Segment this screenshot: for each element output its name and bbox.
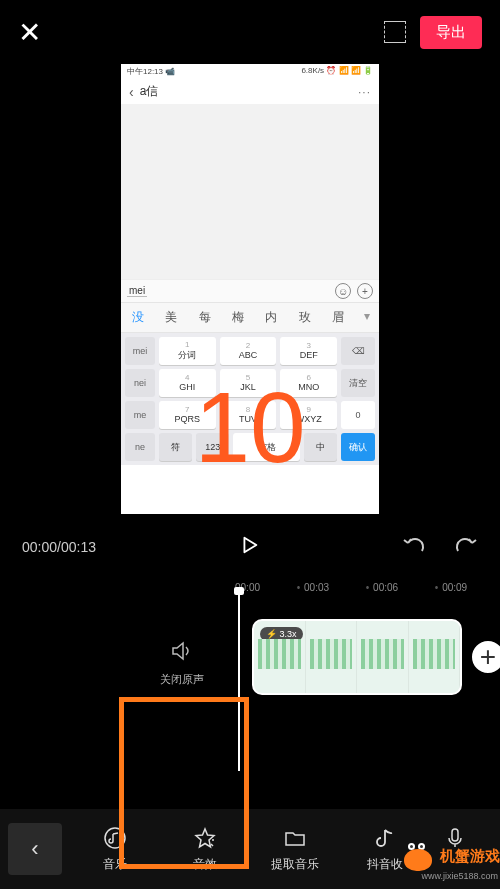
key-clear: 清空 <box>341 369 375 397</box>
candidate: 玫 <box>288 303 321 332</box>
timeline[interactable]: 关闭原声 ⚡ 3.3x + <box>0 601 500 771</box>
video-preview: 中午12:13 📹 6.8K/s ⏰ 📶 📶 🔋 ‹ a信 ··· mei ☺ … <box>0 64 500 520</box>
key-7: 7PQRS <box>159 401 216 429</box>
plus-icon: + <box>357 283 373 299</box>
key-1: 1分词 <box>159 337 216 365</box>
candidate: 美 <box>154 303 187 332</box>
key-confirm: 确认 <box>341 433 375 461</box>
folder-icon <box>283 826 307 850</box>
toolbar-back-button[interactable]: ‹ <box>8 823 62 875</box>
speaker-icon <box>160 641 204 666</box>
emoji-icon: ☺ <box>335 283 351 299</box>
toolbar-music[interactable]: 音乐 <box>70 826 160 873</box>
toolbar-extract-music[interactable]: 提取音乐 <box>250 826 340 873</box>
tiktok-icon <box>373 826 397 850</box>
top-right: 导出 <box>384 16 482 49</box>
watermark-url: www.jixie5188.com <box>421 871 498 881</box>
key-2: 2ABC <box>220 337 277 365</box>
phone-more-icon: ··· <box>358 85 371 99</box>
side-key: ne <box>125 433 155 461</box>
key-6: 6MNO <box>280 369 337 397</box>
candidate-expand-icon: ▾ <box>355 303 379 332</box>
svg-rect-1 <box>452 829 458 841</box>
key-backspace: ⌫ <box>341 337 375 365</box>
mute-audio-button[interactable]: 关闭原声 <box>160 641 204 687</box>
ruler-tick: 00:06 <box>373 582 431 593</box>
side-key: nei <box>125 369 155 397</box>
toolbar-label: 提取音乐 <box>271 856 319 873</box>
candidate: 每 <box>188 303 221 332</box>
phone-chat-body <box>121 104 379 279</box>
key-space: 空格 <box>233 433 299 461</box>
side-key: mei <box>125 337 155 365</box>
video-clip[interactable]: ⚡ 3.3x <box>252 619 462 695</box>
phone-frame: 中午12:13 📹 6.8K/s ⏰ 📶 📶 🔋 ‹ a信 ··· mei ☺ … <box>121 64 379 514</box>
candidate: 眉 <box>322 303 355 332</box>
time-display: 00:00/00:13 <box>22 539 96 555</box>
phone-chat-title: a信 <box>140 83 159 100</box>
phone-input-text: mei <box>127 285 147 297</box>
key-3: 3DEF <box>280 337 337 365</box>
watermark-text: 机蟹游戏 <box>440 847 500 866</box>
key-0: 0 <box>341 401 375 429</box>
watermark: 机蟹游戏 www.jixie5188.com <box>398 841 500 871</box>
key-symbol: 符 <box>159 433 192 461</box>
aspect-ratio-icon[interactable] <box>384 21 406 43</box>
ime-keyboard: mei nei me ne 1分词 2ABC 3DEF 4GHI 5JKL 6M… <box>121 333 379 465</box>
svg-point-0 <box>105 828 125 848</box>
music-icon <box>103 826 127 850</box>
crab-logo-icon <box>398 841 438 871</box>
candidate: 梅 <box>221 303 254 332</box>
candidate: 内 <box>255 303 288 332</box>
playback-controls: 00:00/00:13 <box>0 520 500 574</box>
ruler-dot: • <box>362 582 373 593</box>
toolbar-label: 音效 <box>193 856 217 873</box>
phone-input-bar: mei ☺ + <box>121 279 379 302</box>
phone-status-left: 中午12:13 📹 <box>127 66 175 77</box>
key-123: 123 <box>196 433 229 461</box>
star-icon <box>193 826 217 850</box>
play-button[interactable] <box>238 534 260 560</box>
key-8: 8TUV <box>220 401 277 429</box>
key-5: 5JKL <box>220 369 277 397</box>
add-clip-button[interactable]: + <box>468 637 500 677</box>
close-button[interactable]: ✕ <box>18 16 41 49</box>
mute-label: 关闭原声 <box>160 672 204 687</box>
phone-status-bar: 中午12:13 📹 6.8K/s ⏰ 📶 📶 🔋 <box>121 64 379 79</box>
ruler-tick: 00:03 <box>304 582 362 593</box>
toolbar-label: 音乐 <box>103 856 127 873</box>
timeline-ruler: 00:00 • 00:03 • 00:06 • 00:09 <box>0 574 500 601</box>
playhead[interactable] <box>238 591 240 771</box>
ruler-dot: • <box>293 582 304 593</box>
ruler-dot: • <box>431 582 442 593</box>
phone-chat-header: ‹ a信 ··· <box>121 79 379 104</box>
phone-back-icon: ‹ <box>129 84 134 100</box>
ruler-tick: 00:09 <box>442 582 500 593</box>
undo-button[interactable] <box>402 535 426 559</box>
top-bar: ✕ 导出 <box>0 0 500 64</box>
phone-status-right: 6.8K/s ⏰ 📶 📶 🔋 <box>301 66 373 77</box>
candidate: 没 <box>121 303 154 332</box>
toolbar-sound-effect[interactable]: 音效 <box>160 826 250 873</box>
export-button[interactable]: 导出 <box>420 16 482 49</box>
key-9: 9WXYZ <box>280 401 337 429</box>
side-key: me <box>125 401 155 429</box>
key-4: 4GHI <box>159 369 216 397</box>
key-lang: 中 <box>304 433 337 461</box>
ime-candidates: 没 美 每 梅 内 玫 眉 ▾ <box>121 302 379 333</box>
redo-button[interactable] <box>454 535 478 559</box>
